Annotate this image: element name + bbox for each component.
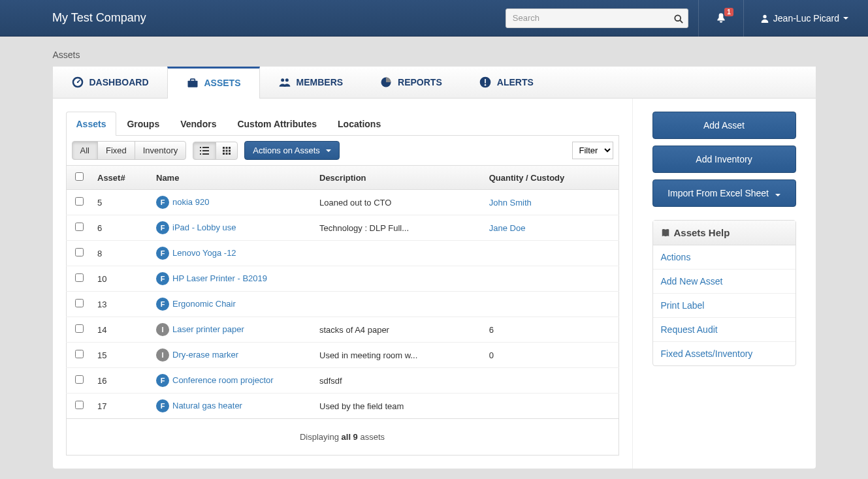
add-asset-button[interactable]: Add Asset: [652, 112, 796, 139]
tab-reports[interactable]: REPORTS: [361, 67, 460, 98]
user-menu[interactable]: Jean-Luc Picard: [754, 13, 855, 23]
actions-on-assets-button[interactable]: Actions on Assets: [244, 141, 340, 160]
people-icon: [278, 76, 291, 89]
svg-point-8: [281, 78, 284, 82]
custody-link[interactable]: Jane Doe: [489, 223, 526, 233]
book-icon: [661, 228, 670, 238]
sub-tab-groups[interactable]: Groups: [116, 112, 170, 136]
sub-tab-vendors[interactable]: Vendors: [170, 112, 227, 136]
assets-table: Asset# Name Description Quantity / Custo…: [66, 166, 619, 419]
sub-tab-custom-attributes[interactable]: Custom Attributes: [227, 112, 327, 136]
search-input[interactable]: [506, 8, 688, 28]
import-excel-button[interactable]: Import From Excel Sheet: [652, 179, 796, 207]
svg-rect-20: [223, 147, 225, 149]
cell-name: FErgonomic Chair: [151, 292, 314, 317]
fixed-badge: F: [156, 247, 169, 260]
cell-custody: [484, 241, 619, 266]
asset-name-link[interactable]: Laser printer paper: [172, 324, 244, 334]
col-asset-no[interactable]: Asset#: [92, 166, 151, 190]
asset-name-link[interactable]: Conference room projector: [172, 375, 274, 385]
cell-name: IDry-erase marker: [151, 343, 314, 368]
list-view-button[interactable]: [193, 142, 216, 160]
cell-name: FLenovo Yoga -12: [151, 241, 314, 266]
help-header: Assets Help: [653, 221, 796, 245]
col-description[interactable]: Description: [314, 166, 484, 190]
chevron-down-icon: [775, 194, 780, 196]
help-link-request-audit[interactable]: Request Audit: [653, 318, 796, 341]
filter-dropdown[interactable]: Filter: [572, 142, 613, 159]
asset-name-link[interactable]: Lenovo Yoga -12: [172, 248, 236, 258]
page-title: Assets: [53, 37, 816, 67]
row-checkbox[interactable]: [75, 401, 84, 409]
row-checkbox[interactable]: [75, 273, 84, 282]
asset-name-link[interactable]: HP Laser Printer - B2019: [172, 273, 267, 283]
cell-description: Technology : DLP Full...: [314, 215, 484, 241]
col-custody[interactable]: Quantity / Custody: [484, 166, 619, 190]
view-mode-group: [193, 142, 238, 160]
sub-tab-assets[interactable]: Assets: [66, 112, 117, 136]
asset-name-link[interactable]: nokia 920: [172, 197, 209, 207]
fixed-badge: F: [156, 196, 169, 209]
cell-asset-no: 15: [92, 343, 151, 368]
tab-label: REPORTS: [398, 77, 442, 87]
asset-name-link[interactable]: Dry-erase marker: [172, 350, 238, 360]
cell-custody: Jane Doe: [484, 215, 619, 241]
row-checkbox[interactable]: [75, 223, 84, 231]
cell-description: sdfsdf: [314, 368, 484, 394]
grid-icon: [223, 147, 231, 155]
table-row: 8FLenovo Yoga -12: [66, 241, 619, 266]
grid-view-button[interactable]: [216, 142, 238, 160]
filter-inventory-button[interactable]: Inventory: [135, 141, 186, 160]
sub-tabs: Assets Groups Vendors Custom Attributes …: [66, 112, 619, 136]
row-checkbox[interactable]: [75, 350, 84, 358]
cell-custody: 0: [484, 343, 619, 368]
svg-rect-12: [485, 79, 486, 84]
tab-dashboard[interactable]: DASHBOARD: [53, 67, 167, 98]
cell-custody: [484, 394, 619, 419]
notifications-button[interactable]: 1: [709, 12, 733, 23]
asset-name-link[interactable]: iPad - Lobby use: [172, 223, 236, 232]
filter-fixed-button[interactable]: Fixed: [97, 141, 135, 160]
cell-custody: John Smith: [484, 190, 619, 215]
cell-asset-no: 8: [92, 241, 151, 266]
asset-name-link[interactable]: Natural gas heater: [172, 401, 242, 410]
main-tabs: DASHBOARD ASSETS MEMBERS REPORTS ALERTS: [53, 67, 816, 99]
row-checkbox[interactable]: [75, 324, 84, 333]
filter-all-button[interactable]: All: [72, 141, 98, 160]
row-checkbox[interactable]: [75, 299, 84, 307]
svg-line-1: [680, 20, 683, 23]
content-main: Assets Groups Vendors Custom Attributes …: [53, 99, 633, 469]
help-title: Assets Help: [674, 227, 730, 238]
svg-point-0: [675, 15, 681, 21]
select-all-checkbox[interactable]: [75, 172, 84, 181]
row-checkbox[interactable]: [75, 197, 84, 206]
help-link-actions[interactable]: Actions: [653, 245, 796, 269]
col-name[interactable]: Name: [151, 166, 314, 190]
cell-asset-no: 13: [92, 292, 151, 317]
add-inventory-button[interactable]: Add Inventory: [652, 146, 796, 173]
sub-tab-locations[interactable]: Locations: [327, 112, 391, 136]
cell-custody: [484, 368, 619, 394]
tab-members[interactable]: MEMBERS: [260, 67, 362, 98]
tab-label: ALERTS: [497, 77, 534, 87]
fixed-badge: F: [156, 221, 169, 234]
tab-alerts[interactable]: ALERTS: [460, 67, 552, 98]
content-sidebar: Add Asset Add Inventory Import From Exce…: [633, 99, 816, 469]
cell-name: FHP Laser Printer - B2019: [151, 266, 314, 292]
warn-icon: [479, 76, 492, 89]
col-checkbox: [66, 166, 92, 190]
row-checkbox[interactable]: [75, 248, 84, 256]
tab-label: DASHBOARD: [89, 77, 149, 87]
table-row: 17FNatural gas heaterUsed by the field t…: [66, 394, 619, 419]
tab-assets[interactable]: ASSETS: [167, 67, 260, 99]
custody-link[interactable]: John Smith: [489, 198, 532, 208]
search-icon[interactable]: [674, 13, 683, 23]
fixed-badge: F: [156, 374, 169, 387]
help-link-print-label[interactable]: Print Label: [653, 294, 796, 317]
cell-asset-no: 14: [92, 317, 151, 343]
cell-description: Used by the field team: [314, 394, 484, 419]
row-checkbox[interactable]: [75, 375, 84, 384]
help-link-fixed-inventory[interactable]: Fixed Assets/Inventory: [653, 342, 796, 365]
asset-name-link[interactable]: Ergonomic Chair: [172, 299, 236, 309]
help-link-add-new-asset[interactable]: Add New Asset: [653, 270, 796, 293]
